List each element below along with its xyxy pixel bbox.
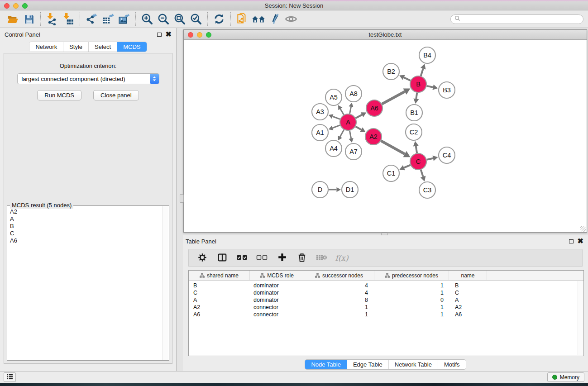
show-task-history-button[interactable] [4,372,16,382]
graph-node-label: A [346,119,350,126]
network-window: testGlobe.txt AA1A2A3A4A5A6A7A8BB1B2B3B4… [183,29,587,233]
export-network-button[interactable] [83,12,100,26]
mcds-result-item[interactable]: A2 [10,208,163,215]
column-header[interactable]: successor nodes [304,271,374,280]
houses-icon [251,13,266,25]
table-cell: 1 [304,304,374,310]
mcds-result-item[interactable]: B [10,223,163,230]
column-settings-button[interactable] [192,250,212,266]
criterion-select[interactable]: largest connected component (directed) [17,73,159,84]
import-network-button[interactable] [44,12,60,26]
graph-edge[interactable] [340,130,344,137]
graph-edge[interactable] [427,158,433,160]
select-all-button[interactable] [232,250,252,266]
delete-row-button[interactable] [292,250,312,266]
column-header[interactable]: shared name [189,271,250,280]
table-row[interactable]: Adominator80A [189,296,583,304]
vertical-splitter-handle[interactable] [180,194,184,203]
column-header-filler [487,271,583,280]
graph-node-label: A7 [349,148,358,155]
graph-edge[interactable] [382,91,405,104]
graph-edge[interactable] [340,109,344,114]
table-cell: A2 [189,304,250,310]
close-panel-button[interactable]: Close panel [93,90,139,100]
toolbar-search[interactable] [450,14,583,24]
deselect-all-button[interactable] [252,250,272,266]
first-neighbors-button[interactable] [250,12,267,26]
column-header[interactable]: MCDS role [250,271,304,280]
zoom-in-button[interactable] [139,12,155,26]
resize-grip-icon[interactable] [580,226,586,232]
column-header[interactable]: predecessor nodes [374,271,449,280]
table-scrollbar[interactable] [578,281,583,355]
graph-edge[interactable] [421,170,423,176]
result-scrollbar[interactable] [163,206,168,360]
table-tabs: Node Table Edge Table Network Table Moti… [305,359,466,370]
table-row[interactable]: Bdominator41B [189,282,583,289]
tab-network[interactable]: Network [29,42,63,52]
main-toolbar [0,10,588,28]
open-session-button[interactable] [5,12,21,26]
add-row-button[interactable] [272,250,292,266]
show-graphics-details-button[interactable] [283,12,299,26]
close-panel-icon[interactable]: ✖ [166,32,172,37]
zoom-selected-button[interactable] [188,12,204,26]
save-session-button[interactable] [21,12,37,26]
table-cell: A6 [189,311,250,318]
graph-edge-arrow [421,176,426,181]
tab-network-table[interactable]: Network Table [388,360,438,369]
table-panel: Table Panel ✖ [183,235,588,371]
memory-button[interactable]: Memory [547,372,584,382]
graph-node-label: C2 [410,129,418,136]
graph-edge[interactable] [355,126,361,129]
zoom-out-button[interactable] [155,12,172,26]
graph-edge[interactable] [404,77,411,81]
mcds-result-item[interactable]: A6 [10,237,163,244]
checked-boxes-icon [236,254,248,262]
graph-edge[interactable] [333,116,340,119]
table-mode-button[interactable] [212,250,232,266]
mcds-result-list[interactable]: A2ABCA6 [8,206,163,360]
float-table-panel-icon[interactable] [569,239,574,243]
graph-edge[interactable] [349,131,351,138]
graph-edge[interactable] [427,86,433,87]
graph-edge[interactable] [421,69,423,76]
graph-node-label: D [318,186,322,193]
zoom-fit-button[interactable] [172,12,188,26]
import-table-button[interactable] [60,12,76,26]
hide-annotations-button[interactable] [267,12,283,26]
graph-node-label: A5 [330,94,338,101]
column-header[interactable]: name [449,271,487,280]
table-row[interactable]: A6connector11A6 [189,311,583,318]
refresh-view-button[interactable] [211,12,227,26]
delete-table-button[interactable] [312,250,332,266]
graph-edge[interactable] [416,146,417,153]
graph-edge[interactable] [333,125,340,128]
export-table-button[interactable] [100,12,116,26]
graph-edge[interactable] [350,107,351,114]
float-panel-icon[interactable] [157,33,162,37]
table-row[interactable]: Cdominator41C [189,289,583,296]
network-canvas[interactable]: AA1A2A3A4A5A6A7A8BB1B2B3B4CC1C2C3C4DD1 [184,40,587,232]
graph-edge[interactable] [381,141,405,154]
function-builder-button[interactable]: f(x) [332,250,352,266]
mcds-result-item[interactable]: C [10,230,163,237]
tab-mcds[interactable]: MCDS [117,42,146,52]
close-table-panel-icon[interactable]: ✖ [578,239,583,243]
export-image-button[interactable] [116,12,132,26]
graph-edge[interactable] [356,115,362,118]
run-mcds-button[interactable]: Run MCDS [37,90,81,100]
table-row[interactable]: A2connector11A2 [189,304,583,311]
graph-edge[interactable] [404,165,410,168]
tab-style[interactable]: Style [63,42,88,52]
tab-node-table[interactable]: Node Table [305,360,347,369]
mcds-result-item[interactable]: A [10,215,163,223]
clone-network-button[interactable] [234,12,250,26]
graph-edge[interactable] [416,93,417,99]
graph-node-label: B2 [387,68,395,75]
tab-select[interactable]: Select [88,42,117,52]
search-input[interactable] [463,16,579,22]
tab-edge-table[interactable]: Edge Table [347,360,388,369]
tab-motifs[interactable]: Motifs [438,360,466,369]
table-cell: A [189,297,250,303]
